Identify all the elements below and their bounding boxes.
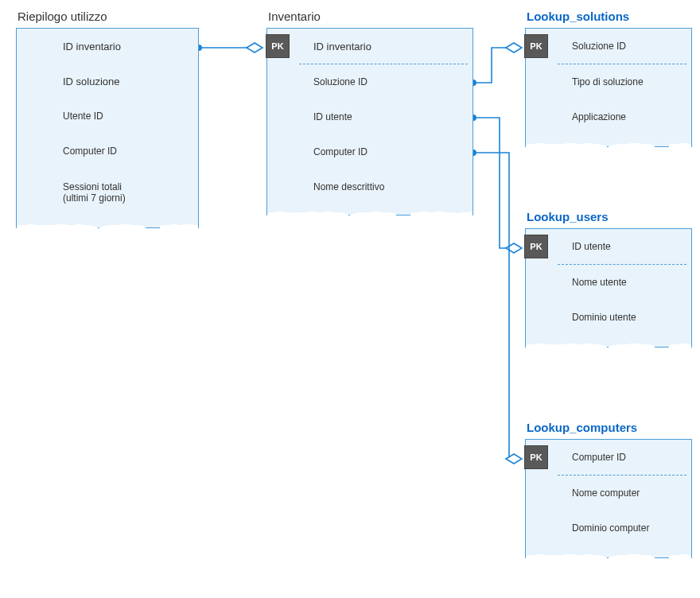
field-row-pk: PK ID utente (526, 229, 691, 264)
field-label: ID soluzione (49, 76, 198, 87)
entity-title: Riepilogo utilizzo (16, 10, 199, 23)
svg-marker-6 (506, 243, 522, 253)
field-label: Computer ID (49, 146, 198, 157)
svg-marker-4 (506, 43, 522, 52)
entity-title: Lookup_solutions (525, 10, 692, 23)
field-row: Utente ID (17, 99, 198, 134)
entity-title: Lookup_users (525, 210, 692, 223)
field-row: Nome computer (526, 476, 691, 511)
field-label: Nome descrittivo (299, 181, 472, 192)
entity-lookup-users: Lookup_users PK ID utente Nome utente Do… (525, 210, 692, 348)
entity-title: Inventario (266, 10, 473, 23)
field-row: Nome utente (526, 265, 691, 300)
entity-box: PK ID utente Nome utente Dominio utente (525, 228, 692, 348)
entity-usage-summary: Riepilogo utilizzo ID inventario ID solu… (16, 10, 199, 228)
field-label: Computer ID (299, 146, 472, 157)
field-label: ID utente (558, 241, 691, 252)
entity-box: PK Computer ID Nome computer Dominio com… (525, 439, 692, 558)
pk-badge: PK (524, 235, 548, 258)
field-label: ID inventario (299, 41, 472, 52)
field-label: Sessioni totali (ultimi 7 giorni) (49, 181, 198, 204)
field-label: Soluzione ID (299, 76, 472, 87)
field-row: Dominio computer (526, 511, 691, 546)
field-row-pk: PK ID inventario (267, 29, 472, 64)
field-label: Utente ID (49, 111, 198, 122)
field-label: ID inventario (49, 41, 198, 52)
field-label: Nome computer (558, 487, 691, 499)
field-row: Soluzione ID (267, 64, 472, 99)
field-label: Dominio utente (558, 312, 691, 323)
entity-lookup-solutions: Lookup_solutions PK Soluzione ID Tipo di… (525, 10, 692, 147)
entity-box: PK ID inventario Soluzione ID ID utente … (266, 28, 473, 216)
pk-badge: PK (524, 34, 548, 58)
field-label: ID utente (299, 111, 472, 122)
svg-marker-8 (506, 454, 522, 464)
field-row: Dominio utente (526, 300, 691, 335)
field-row: Applicazione (526, 99, 691, 134)
pk-badge: PK (266, 34, 290, 58)
entity-box: PK Soluzione ID Tipo di soluzione Applic… (525, 28, 692, 147)
entity-box: ID inventario ID soluzione Utente ID Com… (16, 28, 199, 228)
field-row: Nome descrittivo (267, 169, 472, 204)
field-label: Applicazione (558, 111, 691, 122)
field-label: Computer ID (558, 452, 691, 463)
svg-marker-2 (247, 43, 262, 52)
entity-lookup-computers: Lookup_computers PK Computer ID Nome com… (525, 421, 692, 558)
field-label: Tipo di soluzione (558, 76, 691, 87)
field-row: ID inventario (17, 29, 198, 64)
field-row-pk: PK Computer ID (526, 440, 691, 475)
field-row: Sessioni totali (ultimi 7 giorni) (17, 169, 198, 216)
field-row: ID soluzione (17, 64, 198, 99)
entity-title: Lookup_computers (525, 421, 692, 434)
field-row: Tipo di soluzione (526, 64, 691, 99)
field-label: Nome utente (558, 277, 691, 288)
field-label: Dominio computer (558, 522, 691, 534)
field-row-pk: PK Soluzione ID (526, 29, 691, 64)
field-label: Soluzione ID (558, 41, 691, 52)
field-row: Computer ID (17, 134, 198, 169)
field-row: ID utente (267, 99, 472, 134)
pk-badge: PK (524, 445, 548, 469)
field-row: Computer ID (267, 134, 472, 169)
entity-inventory: Inventario PK ID inventario Soluzione ID… (266, 10, 473, 216)
